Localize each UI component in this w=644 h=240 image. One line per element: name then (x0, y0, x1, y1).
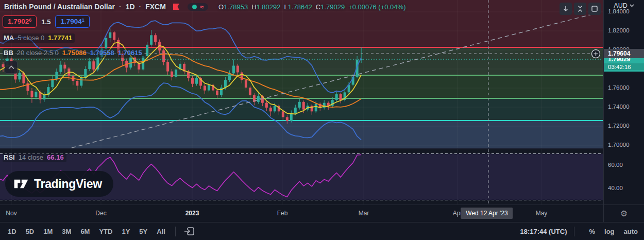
log-scale-button[interactable]: log (604, 228, 615, 235)
price-axis-label: 1.76000 (608, 84, 630, 91)
range-button-5y[interactable]: 5Y (134, 226, 152, 237)
add-alert-plus-button[interactable] (591, 49, 601, 61)
high-value: 1.80292 (257, 3, 281, 11)
symbol-name[interactable]: British Pound / Australian Dollar (4, 3, 115, 11)
rsi-legend[interactable]: RSI 14 close 66.16 (3, 153, 66, 162)
percent-scale-button[interactable]: % (589, 228, 595, 235)
price-axis-label: 1.84000 (608, 8, 630, 14)
range-button-3m[interactable]: 3M (57, 226, 76, 237)
go-to-date-icon (184, 226, 195, 236)
toolbar-right-group: 18:17:44 (UTC) % log auto (520, 227, 638, 236)
crosshair-price-label: 1.79604 (604, 49, 644, 58)
time-axis-label: 2023 (185, 210, 199, 217)
toolbar-divider (574, 227, 574, 236)
pane-corner-buttons (560, 3, 601, 15)
market-status-pill[interactable]: ≈ (188, 3, 208, 11)
maximize-pane-button[interactable] (588, 3, 601, 15)
collapse-pane-button[interactable] (574, 3, 586, 15)
range-button-1m[interactable]: 1M (39, 226, 57, 237)
tradingview-logo[interactable]: TradingView (5, 171, 113, 197)
toolbar-divider (175, 227, 176, 236)
ma-legend[interactable]: MA 5 close 0 1.77741 (3, 33, 75, 43)
auto-scale-button[interactable]: auto (624, 228, 638, 235)
arrow-down-icon (562, 5, 569, 12)
range-button-1y[interactable]: 1Y (117, 226, 134, 237)
time-axis-label: Nov (6, 210, 16, 217)
bb-basis-value: 1.75086 (62, 49, 87, 57)
low-value: 1.78642 (288, 3, 312, 11)
bb-legend[interactable]: BB 20 close 2.5 0 1.75086 1.79558 1.7061… (3, 48, 145, 58)
ohlc-readout: O1.78953 H1.80292 L1.78642 C1.79029 +0.0… (218, 3, 405, 11)
title-separator: · (119, 3, 122, 11)
rsi-axis-label: 40.00 (608, 185, 623, 191)
price-axis-label: 1.74000 (608, 104, 630, 110)
collapse-icon (577, 5, 584, 12)
bid-ask-row: 1.79026 1.5 1.79041 (3, 15, 90, 28)
rsi-value: 66.16 (47, 153, 64, 161)
bottom-toolbar: 1D5D1M3M6MYTD1Y5YAll 18:17:44 (UTC) % lo… (0, 222, 644, 240)
clock-utc[interactable]: 18:17:44 (UTC) (520, 228, 567, 235)
axis-settings-corner: ⚙ (604, 204, 644, 222)
bb-upper-value: 1.79558 (90, 49, 114, 57)
delayed-data-icon: ≈ (200, 5, 204, 9)
timeframe-label[interactable]: 1D (126, 3, 135, 11)
close-value: 1.79029 (320, 3, 345, 11)
range-button-5d[interactable]: 5D (21, 226, 39, 237)
go-to-date-button[interactable] (181, 225, 198, 237)
range-buttons: 1D5D1M3M6MYTD1Y5YAll (3, 226, 170, 237)
ma-value: 1.77741 (48, 34, 72, 42)
bar-countdown: 03:42:16 (604, 63, 644, 70)
price-axis[interactable]: AUD 1.840001.820001.800001.780001.760001… (603, 0, 644, 222)
chart-region[interactable]: British Pound / Australian Dollar · 1D ·… (0, 0, 603, 204)
spread-value: 1.5 (41, 18, 50, 26)
range-button-1d[interactable]: 1D (3, 226, 21, 237)
sell-button[interactable]: 1.79026 (3, 15, 37, 28)
move-pane-down-button[interactable] (560, 3, 572, 15)
time-axis[interactable]: NovDec2023FebMarAprMay Wed 12 Apr '23 (0, 204, 603, 222)
title-separator: · (139, 3, 142, 11)
tradingview-app: British Pound / Australian Dollar · 1D ·… (0, 0, 644, 240)
range-button-all[interactable]: All (152, 226, 170, 237)
range-button-ytd[interactable]: YTD (94, 226, 117, 237)
maximize-icon (591, 5, 598, 12)
price-axis-label: 1.82000 (608, 27, 630, 33)
time-axis-label: Feb (277, 210, 288, 217)
symbol-title-row[interactable]: British Pound / Australian Dollar · 1D ·… (4, 3, 405, 11)
buy-button[interactable]: 1.79041 (55, 15, 89, 28)
pane-collapse-button[interactable] (5, 61, 18, 74)
chevron-up-icon (8, 65, 14, 70)
market-open-dot-icon (192, 5, 197, 9)
crosshair-date-label: Wed 12 Apr '23 (461, 208, 513, 219)
tradingview-logo-text: TradingView (34, 177, 102, 191)
bb-lower-value: 1.70615 (118, 49, 142, 57)
open-value: 1.78953 (224, 3, 248, 11)
rsi-axis-label: 60.00 (608, 162, 623, 168)
flag-icon[interactable] (172, 3, 180, 11)
price-axis-label: 1.70000 (608, 142, 630, 148)
time-axis-label: Mar (359, 210, 369, 217)
time-axis-label: Dec (95, 210, 106, 217)
range-button-6m[interactable]: 6M (76, 226, 94, 237)
change-value: +0.00076 (+0.04%) (348, 3, 405, 11)
price-axis-label: 1.72000 (608, 123, 630, 129)
exchange-label[interactable]: FXCM (145, 3, 166, 11)
time-axis-label: May (536, 210, 548, 217)
chevron-down-icon (630, 4, 634, 7)
gear-icon[interactable]: ⚙ (620, 209, 628, 218)
tradingview-mark-icon (13, 178, 29, 190)
